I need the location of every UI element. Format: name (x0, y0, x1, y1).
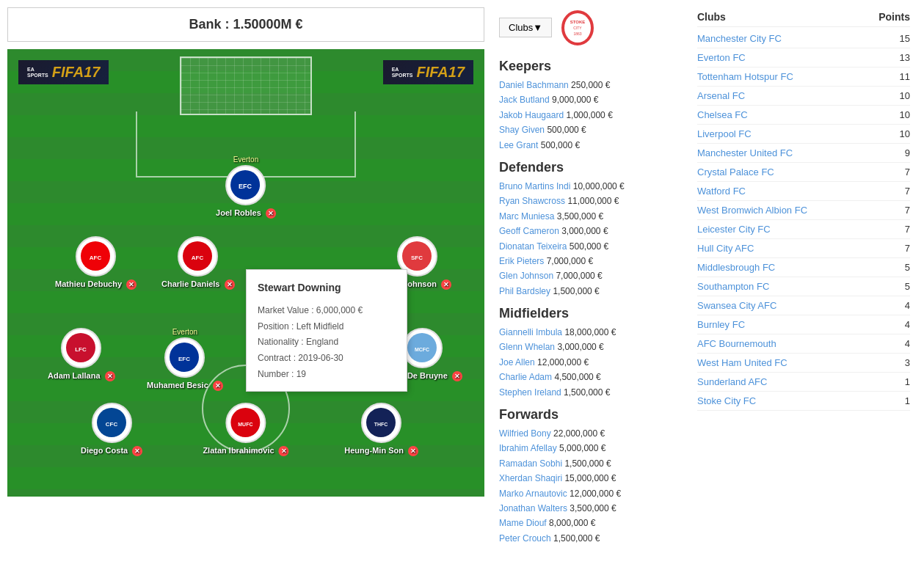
svg-text:1863: 1863 (574, 32, 582, 36)
club-points: 10 (900, 109, 910, 120)
list-item[interactable]: Shay Given 500,000 € (499, 122, 683, 137)
list-item[interactable]: Daniel Bachmann 250,000 € (499, 78, 683, 92)
club-name[interactable]: Chelsea FC (697, 109, 748, 120)
def2-badge: AFC (178, 236, 218, 277)
fwd-2-position[interactable]: MUFC Zlatan Ibrahimovic ✕ (203, 403, 288, 456)
list-item[interactable]: Marko Arnautovic 12,000,000 € (499, 486, 683, 501)
list-item[interactable]: Wilfried Bony 22,000,000 € (499, 426, 683, 441)
list-item[interactable]: Jack Butland 9,000,000 € (499, 92, 683, 107)
table-row: Crystal Palace FC 7 (697, 163, 910, 182)
fwd1-remove[interactable]: ✕ (132, 446, 142, 456)
club-label-gk: Everton (233, 156, 258, 164)
list-item[interactable]: Jakob Haugaard 1,000,000 € (499, 108, 683, 122)
table-row: Everton FC 13 (697, 48, 910, 67)
mid1-remove[interactable]: ✕ (105, 371, 115, 381)
fwd3-remove[interactable]: ✕ (408, 446, 418, 456)
gk-remove[interactable]: ✕ (266, 208, 276, 219)
club-name[interactable]: West Ham United FC (697, 357, 787, 368)
club-name[interactable]: Hull City AFC (697, 243, 754, 254)
list-item[interactable]: Joe Allen 12,000,000 € (499, 355, 683, 370)
svg-text:CFC: CFC (105, 421, 117, 428)
list-item[interactable]: Ibrahim Afellay 5,000,000 € (499, 441, 683, 456)
list-item[interactable]: Ramadan Sobhi 1,500,000 € (499, 456, 683, 471)
club-name[interactable]: Tottenham Hotspur FC (697, 71, 793, 82)
svg-text:LFC: LFC (76, 346, 87, 353)
table-row: Stoke City FC 1 (697, 392, 910, 411)
list-item[interactable]: Jonathan Walters 3,500,000 € (499, 501, 683, 516)
gk-name: Joel Robles ✕ (216, 208, 276, 219)
mid4-remove[interactable]: ✕ (452, 371, 462, 381)
list-item[interactable]: Stephen Ireland 1,500,000 € (499, 385, 683, 400)
club-name[interactable]: Stoke City FC (697, 395, 756, 406)
club-name[interactable]: Watford FC (697, 186, 746, 197)
club-name[interactable]: Sunderland AFC (697, 376, 767, 387)
mid1-name: Adam Lallana ✕ (48, 371, 115, 381)
list-item[interactable]: Lee Grant 500,000 € (499, 138, 683, 153)
list-item[interactable]: Bruno Martins Indi 10,000,000 € (499, 179, 683, 194)
list-item[interactable]: Geoff Cameron 3,000,000 € (499, 224, 683, 238)
def1-name: Mathieu Debuchy ✕ (55, 279, 137, 290)
defenders-list: Bruno Martins Indi 10,000,000 € Ryan Sha… (499, 179, 683, 299)
club-points: 15 (900, 33, 910, 44)
list-item[interactable]: Phil Bardsley 1,500,000 € (499, 284, 683, 299)
player-tooltip: Stewart Downing Market Value : 6,000,000… (246, 269, 407, 392)
svg-text:THFC: THFC (374, 422, 388, 427)
club-points: 4 (905, 300, 910, 311)
club-name[interactable]: Crystal Palace FC (697, 167, 774, 178)
goalkeeper-position[interactable]: Everton EFC Joel Robles ✕ (216, 156, 276, 219)
club-points: 5 (905, 281, 910, 292)
list-item[interactable]: Ryan Shawcross 11,000,000 € (499, 194, 683, 208)
list-item[interactable]: Erik Pieters 7,000,000 € (499, 254, 683, 268)
svg-text:EFC: EFC (239, 183, 252, 190)
list-item[interactable]: Peter Crouch 1,500,000 € (499, 531, 683, 546)
defender-1-position[interactable]: AFC Mathieu Debuchy ✕ (55, 236, 137, 290)
list-item[interactable]: Xherdan Shaqiri 15,000,000 € (499, 471, 683, 486)
club-name[interactable]: Southampton FC (697, 281, 769, 292)
midfielders-list: Giannelli Imbula 18,000,000 € Glenn Whel… (499, 325, 683, 400)
fwd2-remove[interactable]: ✕ (279, 446, 289, 456)
club-name[interactable]: Middlesbrough FC (697, 262, 775, 273)
club-label-mid2: Everton (172, 328, 197, 336)
fwd-1-position[interactable]: CFC Diego Costa ✕ (81, 403, 142, 456)
list-item[interactable]: Giannelli Imbula 18,000,000 € (499, 325, 683, 340)
svg-text:MUFC: MUFC (238, 422, 252, 427)
club-points: 10 (900, 90, 910, 101)
club-points: 9 (905, 147, 910, 158)
forwards-list: Wilfried Bony 22,000,000 € Ibrahim Afell… (499, 426, 683, 546)
fwd3-badge: THFC (361, 403, 401, 443)
club-selector: Clubs▼ STOKE CITY 1863 (499, 7, 683, 48)
mid-3-position[interactable]: WATFORD W Stewart Downing Market Value :… (253, 328, 333, 381)
def3-remove[interactable]: ✕ (441, 279, 451, 290)
defender-2-position[interactable]: AFC Charlie Daniels ✕ (161, 236, 235, 290)
goal-area (180, 56, 312, 115)
list-item[interactable]: Dionatan Teixeira 500,000 € (499, 239, 683, 254)
list-item[interactable]: Marc Muniesa 3,500,000 € (499, 209, 683, 224)
table-row: Manchester City FC 15 (697, 29, 910, 48)
list-item[interactable]: Glenn Whelan 3,000,000 € (499, 340, 683, 354)
club-name[interactable]: Swansea City AFC (697, 300, 776, 311)
svg-text:AFC: AFC (192, 255, 204, 261)
club-name[interactable]: West Bromwich Albion FC (697, 205, 807, 216)
club-name[interactable]: Arsenal FC (697, 90, 745, 101)
list-item[interactable]: Charlie Adam 4,500,000 € (499, 370, 683, 384)
fwd-3-position[interactable]: THFC Heung-Min Son ✕ (344, 403, 418, 456)
bank-display: Bank : 1.50000M € (7, 7, 484, 42)
mid-1-position[interactable]: LFC Adam Lallana ✕ (48, 328, 115, 381)
club-name[interactable]: AFC Bournemouth (697, 338, 776, 349)
club-name[interactable]: Leicester City FC (697, 224, 771, 235)
def1-remove[interactable]: ✕ (126, 279, 137, 290)
club-name[interactable]: Manchester United FC (697, 147, 793, 158)
def2-remove[interactable]: ✕ (225, 279, 235, 290)
club-name[interactable]: Manchester City FC (697, 33, 782, 44)
tooltip-contract: Contract : 2019-06-30 (258, 351, 396, 367)
player-list-panel: Clubs▼ STOKE CITY 1863 Keepers Daniel Ba… (492, 0, 690, 553)
table-row: Chelsea FC 10 (697, 106, 910, 125)
club-name[interactable]: Burnley FC (697, 319, 745, 330)
list-item[interactable]: Glen Johnson 7,000,000 € (499, 268, 683, 283)
fwd2-badge: MUFC (226, 403, 266, 443)
club-name[interactable]: Everton FC (697, 52, 746, 63)
clubs-dropdown-button[interactable]: Clubs▼ (499, 18, 552, 37)
fwd1-badge: CFC (92, 403, 132, 443)
list-item[interactable]: Mame Diouf 8,000,000 € (499, 516, 683, 530)
club-name[interactable]: Liverpool FC (697, 128, 752, 139)
